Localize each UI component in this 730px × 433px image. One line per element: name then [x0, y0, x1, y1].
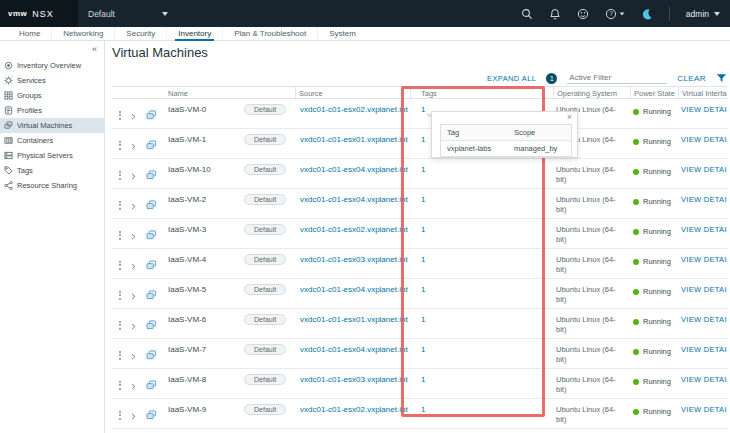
row-expand-chevron-icon[interactable] — [130, 226, 137, 244]
source-link[interactable]: vxdc01-c01-esx04.vxplanet.int — [300, 345, 408, 354]
source-link[interactable]: vxdc01-c01-esx01.vxplanet.int — [300, 135, 408, 144]
vm-name[interactable]: IaaS-VM-9 — [165, 399, 241, 414]
filter-funnel-icon[interactable] — [716, 69, 727, 87]
row-expand-chevron-icon[interactable] — [130, 136, 137, 154]
tab-inventory[interactable]: Inventory — [167, 27, 223, 41]
active-filter-input[interactable] — [567, 72, 667, 84]
vm-name[interactable]: IaaS-VM-2 — [165, 189, 241, 204]
row-menu-kebab-icon[interactable] — [119, 291, 121, 300]
view-details-link[interactable]: VIEW DETAILS — [681, 165, 727, 174]
vm-name[interactable]: IaaS-VM-4 — [165, 249, 241, 264]
source-link[interactable]: vxdc01-c01-esx04.vxplanet.int — [300, 285, 408, 294]
default-badge: Default — [244, 344, 286, 355]
row-menu-kebab-icon[interactable] — [119, 351, 121, 360]
row-expand-chevron-icon[interactable] — [130, 106, 137, 124]
vm-name[interactable]: IaaS-VM-8 — [165, 369, 241, 384]
tags-count-link[interactable]: 1 — [421, 285, 425, 294]
source-link[interactable]: vxdc01-c01-esx02.vxplanet.int — [300, 105, 408, 114]
vm-name[interactable]: IaaS-VM-6 — [165, 309, 241, 324]
help-icon[interactable]: ? — [605, 8, 617, 20]
sidebar-collapse-icon[interactable]: « — [92, 44, 97, 54]
source-link[interactable]: vxdc01-c01-esx02.vxplanet.int — [300, 225, 408, 234]
row-expand-chevron-icon[interactable] — [130, 316, 137, 334]
row-expand-chevron-icon[interactable] — [130, 406, 137, 424]
sidebar-item[interactable]: Resource Sharing — [0, 178, 105, 193]
virtual-machine-icon — [146, 136, 157, 154]
tags-count-link[interactable]: 1 — [421, 255, 425, 264]
row-menu-kebab-icon[interactable] — [119, 231, 121, 240]
source-link[interactable]: vxdc01-c01-esx01.vxplanet.int — [300, 315, 408, 324]
tags-count-link[interactable]: 1 — [421, 135, 425, 144]
power-state-running-dot — [633, 409, 639, 415]
sidebar-item[interactable]: Virtual Machines — [0, 118, 105, 133]
expand-all-button[interactable]: EXPAND ALL — [487, 74, 536, 83]
row-menu-kebab-icon[interactable] — [119, 111, 121, 120]
row-menu-kebab-icon[interactable] — [119, 141, 121, 150]
view-details-link[interactable]: VIEW DETAILS — [681, 255, 727, 264]
power-state-label: Running — [643, 347, 671, 356]
dark-mode-moon-icon[interactable] — [641, 8, 653, 20]
tab-plan-troubleshoot[interactable]: Plan & Troubleshoot — [223, 27, 318, 41]
user-menu[interactable]: admin — [686, 9, 720, 19]
view-details-link[interactable]: VIEW DETAILS — [681, 375, 727, 384]
sidebar-item[interactable]: Containers — [0, 133, 105, 148]
row-menu-kebab-icon[interactable] — [119, 201, 121, 210]
tags-count-link[interactable]: 1 — [421, 225, 425, 234]
vm-name[interactable]: IaaS-VM-0 — [165, 99, 241, 114]
source-link[interactable]: vxdc01-c01-esx03.vxplanet.int — [300, 375, 408, 384]
source-link[interactable]: vxdc01-c01-esx04.vxplanet.int — [300, 165, 408, 174]
tags-count-link[interactable]: 1 — [421, 405, 425, 414]
row-menu-kebab-icon[interactable] — [119, 381, 121, 390]
row-expand-chevron-icon[interactable] — [130, 166, 137, 184]
row-menu-kebab-icon[interactable] — [119, 321, 121, 330]
view-details-link[interactable]: VIEW DETAILS — [681, 405, 727, 414]
row-expand-chevron-icon[interactable] — [130, 256, 137, 274]
context-switcher[interactable]: Default — [88, 9, 168, 19]
view-details-link[interactable]: VIEW DETAILS — [681, 345, 727, 354]
vm-name[interactable]: IaaS-VM-7 — [165, 339, 241, 354]
sidebar-item[interactable]: Groups — [0, 88, 105, 103]
tags-count-link[interactable]: 1 — [421, 315, 425, 324]
sidebar-item[interactable]: Services — [0, 73, 105, 88]
source-link[interactable]: vxdc01-c01-esx04.vxplanet.int — [300, 195, 408, 204]
row-expand-chevron-icon[interactable] — [130, 376, 137, 394]
tags-count-link[interactable]: 1 — [421, 375, 425, 384]
row-menu-kebab-icon[interactable] — [119, 261, 121, 270]
tab-security[interactable]: Security — [115, 27, 167, 41]
view-details-link[interactable]: VIEW DETAILS — [681, 105, 727, 114]
os-value: Ubuntu Linux (64-bit) — [553, 309, 630, 335]
tab-networking[interactable]: Networking — [52, 27, 115, 41]
row-menu-kebab-icon[interactable] — [119, 411, 121, 420]
clear-filter-button[interactable]: CLEAR — [677, 74, 706, 83]
brand-logo: vmw NSX — [0, 0, 78, 27]
vm-name[interactable]: IaaS-VM-5 — [165, 279, 241, 294]
tab-system[interactable]: System — [318, 27, 367, 41]
sidebar-item[interactable]: Profiles — [0, 103, 105, 118]
view-details-link[interactable]: VIEW DETAILS — [681, 225, 727, 234]
view-details-link[interactable]: VIEW DETAILS — [681, 285, 727, 294]
notifications-bell-icon[interactable] — [549, 8, 561, 20]
row-expand-chevron-icon[interactable] — [130, 196, 137, 214]
tags-count-link[interactable]: 1 — [421, 105, 425, 114]
tab-home[interactable]: Home — [8, 27, 52, 41]
source-link[interactable]: vxdc01-c01-esx03.vxplanet.int — [300, 255, 408, 264]
row-expand-chevron-icon[interactable] — [130, 346, 137, 364]
row-expand-chevron-icon[interactable] — [130, 286, 137, 304]
search-icon[interactable] — [521, 8, 533, 20]
view-details-link[interactable]: VIEW DETAILS — [681, 135, 727, 144]
vm-name[interactable]: IaaS-VM-3 — [165, 219, 241, 234]
view-details-link[interactable]: VIEW DETAILS — [681, 315, 727, 324]
feedback-smiley-icon[interactable] — [577, 8, 589, 20]
sidebar-item[interactable]: Tags — [0, 163, 105, 178]
vm-name[interactable]: IaaS-VM-10 — [165, 159, 241, 174]
sidebar-item[interactable]: Physical Servers — [0, 148, 105, 163]
view-details-link[interactable]: VIEW DETAILS — [681, 195, 727, 204]
row-menu-kebab-icon[interactable] — [119, 171, 121, 180]
tags-count-link[interactable]: 1 — [421, 165, 425, 174]
tags-count-link[interactable]: 1 — [421, 195, 425, 204]
tooltip-close-icon[interactable]: × — [567, 113, 572, 122]
source-link[interactable]: vxdc01-c01-esx02.vxplanet.int — [300, 405, 408, 414]
sidebar-item[interactable]: Inventory Overview — [0, 58, 105, 73]
tags-count-link[interactable]: 1 — [421, 345, 425, 354]
vm-name[interactable]: IaaS-VM-1 — [165, 129, 241, 144]
